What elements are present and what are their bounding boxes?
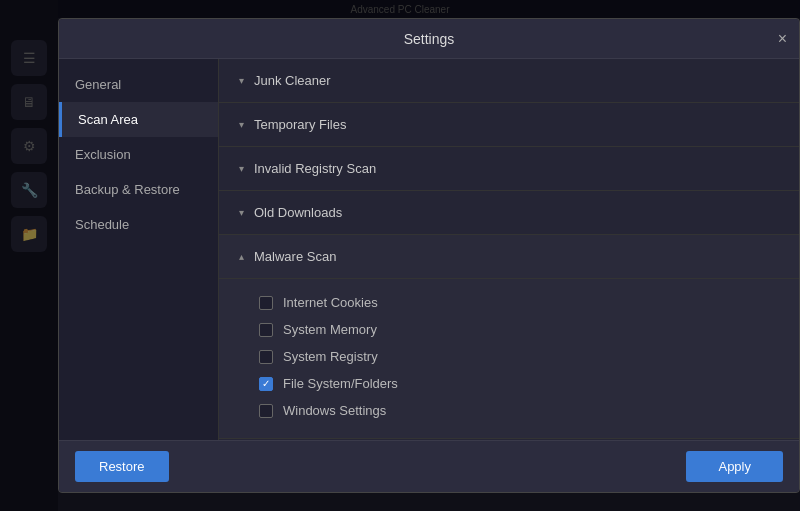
dialog-title: Settings: [404, 31, 455, 47]
system-memory-checkbox[interactable]: [259, 323, 273, 337]
windows-settings-checkbox-label[interactable]: Windows Settings: [259, 403, 386, 418]
system-registry-checkbox[interactable]: [259, 350, 273, 364]
section-junk-cleaner[interactable]: ▾ Junk Cleaner: [219, 59, 799, 103]
apply-button[interactable]: Apply: [686, 451, 783, 482]
section-invalid-registry[interactable]: ▾ Invalid Registry Scan: [219, 147, 799, 191]
section-malware-scan[interactable]: ▴ Malware Scan: [219, 235, 799, 279]
malware-scan-expanded: Internet Cookies System Memory System Re…: [219, 279, 799, 439]
malware-scan-arrow: ▴: [239, 251, 244, 262]
nav-item-general[interactable]: General: [59, 67, 218, 102]
settings-nav: General Scan Area Exclusion Backup & Res…: [59, 59, 219, 440]
settings-content: ▾ Junk Cleaner ▾ Temporary Files ▾ Inval…: [219, 59, 799, 440]
dialog-header: Settings ×: [59, 19, 799, 59]
invalid-registry-label: Invalid Registry Scan: [254, 161, 376, 176]
junk-cleaner-arrow: ▾: [239, 75, 244, 86]
nav-item-scan-area[interactable]: Scan Area: [59, 102, 218, 137]
system-memory-checkbox-label[interactable]: System Memory: [259, 322, 377, 337]
checkbox-system-memory[interactable]: System Memory: [239, 316, 779, 343]
windows-settings-checkbox[interactable]: [259, 404, 273, 418]
old-downloads-arrow: ▾: [239, 207, 244, 218]
temporary-files-arrow: ▾: [239, 119, 244, 130]
malware-scan-label: Malware Scan: [254, 249, 336, 264]
internet-cookies-checkbox-label[interactable]: Internet Cookies: [259, 295, 378, 310]
system-memory-label: System Memory: [283, 322, 377, 337]
checkbox-internet-cookies[interactable]: Internet Cookies: [239, 289, 779, 316]
restore-button[interactable]: Restore: [75, 451, 169, 482]
file-system-folders-checkbox-label[interactable]: File System/Folders: [259, 376, 398, 391]
internet-cookies-checkbox[interactable]: [259, 296, 273, 310]
nav-item-schedule[interactable]: Schedule: [59, 207, 218, 242]
system-registry-label: System Registry: [283, 349, 378, 364]
dialog-body: General Scan Area Exclusion Backup & Res…: [59, 59, 799, 440]
section-temporary-files[interactable]: ▾ Temporary Files: [219, 103, 799, 147]
dialog-close-button[interactable]: ×: [778, 31, 787, 47]
internet-cookies-label: Internet Cookies: [283, 295, 378, 310]
settings-dialog: Settings × General Scan Area Exclusion B…: [58, 18, 800, 493]
invalid-registry-arrow: ▾: [239, 163, 244, 174]
temporary-files-label: Temporary Files: [254, 117, 346, 132]
section-old-downloads[interactable]: ▾ Old Downloads: [219, 191, 799, 235]
junk-cleaner-label: Junk Cleaner: [254, 73, 331, 88]
old-downloads-label: Old Downloads: [254, 205, 342, 220]
file-system-folders-label: File System/Folders: [283, 376, 398, 391]
nav-item-backup-restore[interactable]: Backup & Restore: [59, 172, 218, 207]
checkbox-file-system-folders[interactable]: File System/Folders: [239, 370, 779, 397]
nav-item-exclusion[interactable]: Exclusion: [59, 137, 218, 172]
dialog-footer: Restore Apply: [59, 440, 799, 492]
windows-settings-label: Windows Settings: [283, 403, 386, 418]
system-registry-checkbox-label[interactable]: System Registry: [259, 349, 378, 364]
checkbox-system-registry[interactable]: System Registry: [239, 343, 779, 370]
file-system-folders-checkbox[interactable]: [259, 377, 273, 391]
checkbox-windows-settings[interactable]: Windows Settings: [239, 397, 779, 424]
